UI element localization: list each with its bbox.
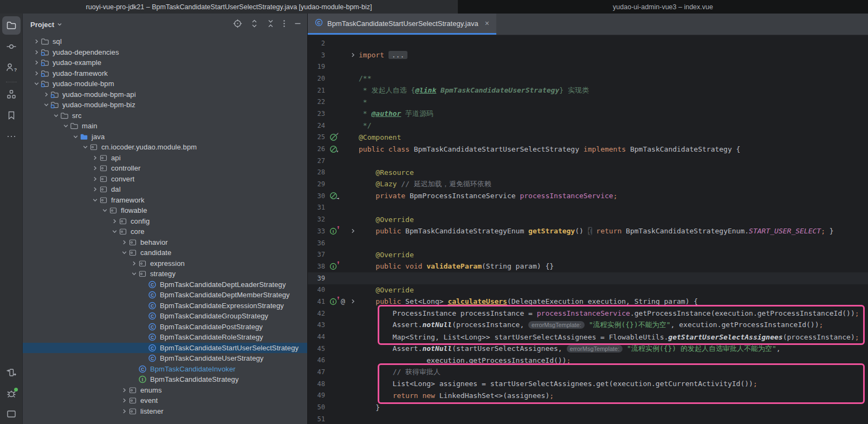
tree-item[interactable]: flowable — [23, 205, 307, 216]
code-line[interactable]: 36 — [308, 237, 868, 249]
chevron-down-icon[interactable] — [42, 102, 50, 108]
expand-icon[interactable] — [250, 19, 258, 30]
line-number[interactable]: 37 — [308, 251, 325, 258]
line-number[interactable]: 51 — [308, 415, 325, 423]
tree-item[interactable]: IBpmTaskCandidateStrategy — [23, 374, 307, 385]
chevron-right-icon[interactable] — [120, 397, 128, 403]
chevron-down-icon[interactable] — [81, 144, 89, 150]
chevron-right-icon[interactable] — [33, 60, 41, 66]
code-line[interactable]: 37 @Override — [308, 249, 868, 260]
code-line[interactable]: 40 @Override — [308, 284, 868, 296]
chevron-down-icon[interactable] — [33, 81, 41, 87]
code-line[interactable]: 31 — [308, 202, 868, 214]
tree-item[interactable]: yudao-example — [23, 57, 307, 68]
tree-item[interactable]: listener — [23, 406, 307, 417]
line-number[interactable]: 2 — [308, 40, 325, 47]
chevron-right-icon[interactable] — [91, 155, 99, 161]
fold-chevron-icon[interactable] — [349, 52, 357, 58]
code-line[interactable]: 39 — [308, 272, 868, 284]
code-line[interactable]: 38I↑ public void validateParam(String pa… — [308, 260, 868, 272]
annotation-icon[interactable]: @ — [339, 297, 347, 306]
chevron-down-icon[interactable] — [52, 113, 60, 119]
code-line[interactable]: 30→ private BpmProcessInstanceService pr… — [308, 190, 868, 202]
tree-item[interactable]: CBpmTaskCandidateExpressionStrategy — [23, 301, 307, 311]
line-number[interactable]: 32 — [308, 216, 325, 223]
line-number[interactable]: 3 — [308, 51, 325, 59]
chevron-right-icon[interactable] — [120, 387, 128, 393]
code-line[interactable]: 33I↑ public BpmTaskCandidateStrategyEnum… — [308, 225, 868, 237]
tree-item[interactable]: behavior — [23, 237, 307, 248]
code-line[interactable]: 3import ... — [308, 49, 868, 61]
chevron-right-icon[interactable] — [33, 49, 41, 55]
tab-active-file[interactable]: C BpmTaskCandidateStartUserSelectStrateg… — [308, 14, 496, 35]
tree-item[interactable]: java — [23, 132, 307, 142]
tree-item[interactable]: CBpmTaskCandidatePostStrategy — [23, 322, 307, 332]
tree-item[interactable]: CBpmTaskCandidateInvoker — [23, 364, 307, 375]
chevron-right-icon[interactable] — [33, 70, 41, 76]
chevron-right-icon[interactable] — [91, 176, 99, 182]
tree-item[interactable]: framework — [23, 195, 307, 206]
line-number[interactable]: 33 — [308, 227, 325, 235]
chevron-right-icon[interactable] — [91, 165, 99, 171]
project-folder-icon[interactable] — [2, 16, 21, 35]
debug-icon[interactable] — [2, 384, 21, 403]
tree-item[interactable]: core — [23, 226, 307, 237]
code-line[interactable]: 32 @Override — [308, 213, 868, 225]
tree-item[interactable]: CBpmTaskCandidateDeptMemberStrategy — [23, 290, 307, 301]
tree-item[interactable]: CBpmTaskCandidateStartUserSelectStrategy — [23, 343, 307, 354]
chevron-right-icon[interactable] — [111, 218, 119, 224]
tree-item[interactable]: yudao-dependencies — [23, 47, 307, 58]
overrides-method-icon[interactable]: I↑ — [329, 227, 338, 236]
tree-item[interactable]: yudao-framework — [23, 68, 307, 79]
pull-requests-icon[interactable]: ? — [2, 58, 21, 77]
chevron-right-icon[interactable] — [42, 92, 50, 97]
line-number[interactable]: 38 — [308, 263, 325, 270]
structure-icon[interactable] — [2, 85, 21, 103]
code-line[interactable]: 21 * 发起人自选 {@link BpmTaskCandidateUserSt… — [308, 84, 868, 96]
code-line[interactable]: 51 — [308, 413, 868, 424]
chevron-down-icon[interactable] — [111, 229, 119, 234]
line-number[interactable]: 24 — [308, 122, 325, 129]
bookmarks-icon[interactable] — [2, 106, 21, 125]
chevron-right-icon[interactable] — [120, 408, 128, 414]
line-number[interactable]: 29 — [308, 180, 325, 188]
line-number[interactable]: 26 — [308, 145, 325, 153]
project-panel-title[interactable]: Project — [30, 21, 54, 29]
tree-item[interactable]: config — [23, 216, 307, 227]
tree-item[interactable]: yudao-module-bpm-api — [23, 89, 307, 100]
line-number[interactable]: 40 — [308, 286, 325, 293]
code-line[interactable]: 27 — [308, 155, 868, 167]
more-tool-windows-icon[interactable] — [2, 127, 21, 146]
line-number[interactable]: 46 — [308, 356, 325, 364]
chevron-down-icon[interactable] — [101, 207, 109, 213]
tree-item[interactable]: expression — [23, 258, 307, 269]
tree-item[interactable]: candidate — [23, 247, 307, 258]
tree-item[interactable]: sql — [23, 36, 307, 47]
code-line[interactable]: 20/** — [308, 73, 868, 84]
line-number[interactable]: 30 — [308, 192, 325, 200]
line-number[interactable]: 21 — [308, 87, 325, 94]
chevron-down-icon[interactable] — [72, 134, 80, 140]
chevron-down-icon[interactable] — [91, 197, 99, 203]
commit-icon[interactable] — [2, 37, 21, 56]
line-number[interactable]: 39 — [308, 275, 325, 282]
more-options-icon[interactable] — [283, 19, 286, 30]
line-number[interactable]: 19 — [308, 63, 325, 70]
chevron-right-icon[interactable] — [130, 260, 138, 266]
line-number[interactable]: 23 — [308, 110, 325, 118]
code-line[interactable]: 28 @Resource — [308, 167, 868, 179]
collapse-all-icon[interactable] — [267, 19, 275, 30]
line-number[interactable]: 43 — [308, 321, 325, 329]
line-number[interactable]: 47 — [308, 368, 325, 376]
overrides-method-icon[interactable]: I↑ — [329, 262, 338, 271]
tree-item[interactable]: api — [23, 153, 307, 164]
spring-bean-icon[interactable]: ▾ — [329, 145, 338, 153]
tree-item[interactable]: CBpmTaskCandidateRoleStrategy — [23, 332, 307, 343]
code-line[interactable]: 25✓@Component — [308, 132, 868, 143]
line-number[interactable]: 44 — [308, 333, 325, 341]
hide-icon[interactable] — [294, 19, 302, 30]
fold-chevron-icon[interactable] — [349, 228, 357, 234]
code-line[interactable]: 22 * — [308, 96, 868, 108]
code-line[interactable]: 19 — [308, 61, 868, 73]
tree-item[interactable]: enums — [23, 385, 307, 396]
